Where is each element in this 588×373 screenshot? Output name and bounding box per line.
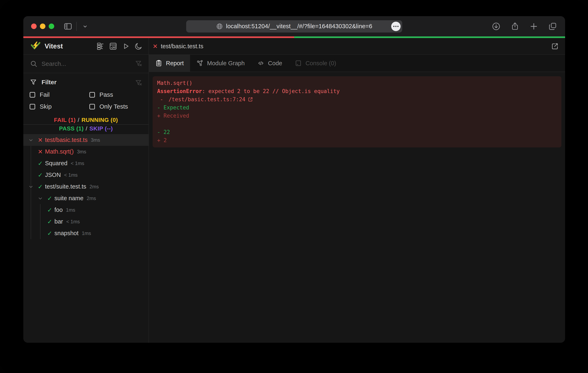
app-title: Vitest [45, 42, 63, 50]
console-icon [295, 60, 302, 67]
tree-item-file[interactable]: ✕ test/basic.test.ts 3ms [23, 134, 148, 146]
chevron-down-icon[interactable] [36, 196, 45, 201]
diff-received-value: + 2 [157, 136, 557, 144]
globe-icon [216, 23, 223, 30]
fail-icon: ✕ [36, 148, 45, 155]
tab-code[interactable]: Code [251, 55, 288, 72]
progress-pass-segment [294, 36, 565, 38]
failed-test-name: Math.sqrt() [157, 79, 557, 87]
tree-item-test[interactable]: ✕ Math.sqrt() 3ms [23, 146, 148, 157]
sidebar: Vitest [23, 38, 149, 343]
tree-item-test[interactable]: ✓ Squared < 1ms [23, 157, 148, 169]
tree-item-test[interactable]: ✓ JSON < 1ms [23, 169, 148, 181]
test-progress-bar [23, 36, 565, 38]
search-input[interactable] [42, 60, 135, 67]
tab-console[interactable]: Console (0) [288, 55, 343, 72]
pass-icon: ✓ [45, 195, 54, 202]
plus-icon[interactable] [529, 22, 538, 31]
pass-icon: ✓ [36, 160, 45, 167]
dashboard-icon[interactable] [108, 41, 118, 51]
checkbox[interactable] [89, 104, 95, 109]
fail-count: FAIL (1) [54, 117, 76, 123]
funnel-x-icon[interactable] [135, 60, 143, 68]
close-window-button[interactable] [31, 23, 37, 29]
file-header: ✕ test/basic.test.ts [149, 38, 565, 55]
filter-checkbox-pass[interactable]: Pass [89, 91, 143, 98]
close-file-icon[interactable]: ✕ [153, 43, 161, 50]
run-all-icon[interactable] [121, 41, 131, 51]
view-tabs: Report Module Graph [149, 55, 565, 72]
traffic-lights [23, 23, 54, 29]
module-graph-icon [196, 60, 203, 67]
error-report-panel: Math.sqrt() AssertionError: expected 2 t… [153, 76, 561, 147]
filter-checkbox-fail[interactable]: Fail [30, 91, 89, 98]
sidebar-header: Vitest [23, 38, 148, 55]
checkbox[interactable] [30, 92, 35, 98]
share-icon[interactable] [510, 22, 520, 31]
pass-icon: ✓ [45, 218, 54, 225]
browser-window: localhost:51204/__vitest__/#/?file=16484… [23, 16, 565, 343]
status-divider [23, 124, 148, 125]
sidebar-toggle-icon[interactable] [63, 22, 73, 31]
filter-section: Filter Fail Pass [23, 73, 148, 114]
blank-line [157, 120, 557, 128]
filter-checkbox-skip[interactable]: Skip [30, 103, 89, 110]
file-name: test/basic.test.ts [161, 43, 203, 50]
tree-item-test[interactable]: ✓ bar < 1ms [23, 216, 148, 228]
report-view: Math.sqrt() AssertionError: expected 2 t… [149, 72, 565, 343]
tab-module-graph[interactable]: Module Graph [190, 55, 251, 72]
stack-trace-line: -/test/basic.test.ts:7:24 [157, 95, 557, 104]
tab-report[interactable]: Report [149, 55, 190, 72]
chevron-down-icon[interactable] [26, 137, 36, 143]
chevron-down-icon[interactable] [80, 22, 90, 31]
diff-expected-label: - Expected [157, 104, 557, 112]
diff-received-label: + Received [157, 112, 557, 120]
code-icon [257, 60, 264, 67]
checkbox[interactable] [30, 104, 35, 109]
external-link-icon[interactable] [551, 42, 559, 50]
zoom-window-button[interactable] [49, 23, 54, 29]
fail-icon: ✕ [36, 137, 45, 144]
filter-title: Filter [42, 79, 56, 86]
pass-icon: ✓ [36, 172, 45, 178]
search-icon [30, 60, 37, 67]
diff-expected-value: - 22 [157, 128, 557, 136]
vitest-logo [31, 41, 41, 51]
list-tree-icon[interactable] [96, 41, 105, 51]
tree-item-test[interactable]: ✓ snapshot 1ms [23, 228, 148, 239]
browser-toolbar: localhost:51204/__vitest__/#/?file=16484… [23, 16, 565, 36]
tree-item-test[interactable]: ✓ foo 1ms [23, 204, 148, 216]
checkbox[interactable] [89, 92, 95, 98]
assertion-error-line: AssertionError: expected 2 to be 22 // O… [157, 87, 557, 95]
moon-icon[interactable] [134, 41, 143, 51]
url-text: localhost:51204/__vitest__/#/?file=16484… [226, 23, 372, 30]
pass-icon: ✓ [45, 207, 54, 214]
filter-checkbox-only-tests[interactable]: Only Tests [89, 103, 143, 110]
funnel-x-icon[interactable] [135, 79, 143, 87]
search-bar [23, 55, 148, 73]
progress-fail-segment [23, 36, 294, 38]
tree-item-suite[interactable]: ✓ suite name 2ms [23, 192, 148, 204]
toolbar-divider [76, 22, 77, 31]
report-icon [155, 60, 162, 67]
pass-count: PASS (1) [59, 125, 84, 132]
test-status-summary: FAIL (1)/RUNNING (0) PASS (1)/SKIP (--) [23, 114, 148, 134]
chevron-down-icon[interactable] [26, 184, 36, 189]
ellipsis-icon[interactable] [391, 22, 401, 31]
address-bar[interactable]: localhost:51204/__vitest__/#/?file=16484… [186, 20, 402, 32]
download-icon[interactable] [492, 22, 501, 31]
minimize-window-button[interactable] [40, 23, 45, 29]
pass-icon: ✓ [45, 230, 54, 237]
running-count: RUNNING (0) [81, 117, 118, 123]
tabs-overview-icon[interactable] [548, 22, 557, 31]
external-link-icon[interactable] [248, 97, 253, 102]
pass-icon: ✓ [36, 183, 45, 190]
funnel-icon [30, 79, 37, 86]
main-panel: ✕ test/basic.test.ts [149, 38, 565, 343]
test-tree: ✕ test/basic.test.ts 3ms ✕ Math.sqrt() 3… [23, 134, 148, 343]
tree-item-file[interactable]: ✓ test/suite.test.ts 2ms [23, 181, 148, 192]
stack-link[interactable]: /test/basic.test.ts:7:24 [168, 95, 245, 104]
skip-count: SKIP (--) [89, 125, 113, 132]
